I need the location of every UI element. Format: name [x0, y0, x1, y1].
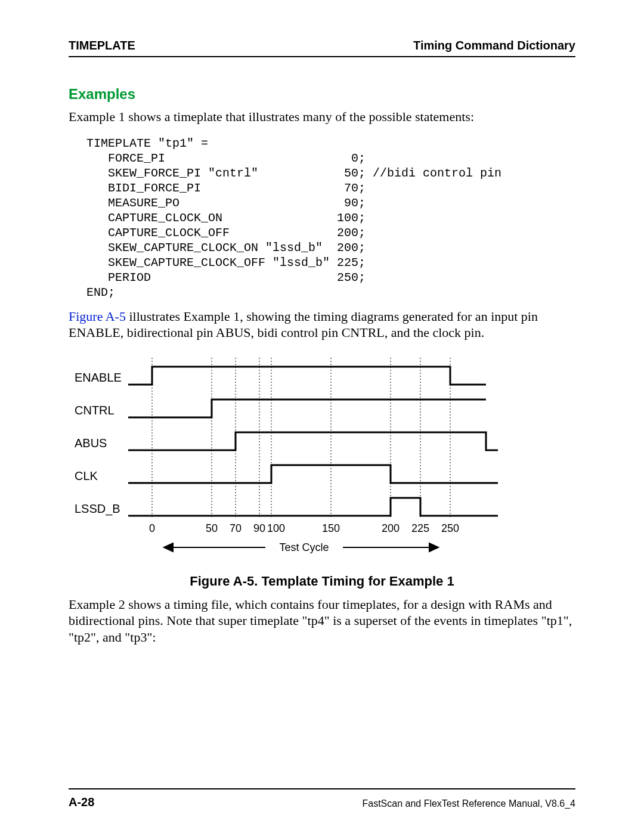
- svg-marker-12: [429, 543, 438, 552]
- signal-label-cntrl: CNTRL: [75, 404, 114, 417]
- footer-page-number: A-28: [69, 795, 94, 809]
- signal-label-lssdb: LSSD_B: [75, 502, 120, 516]
- signal-label-enable: ENABLE: [75, 371, 122, 384]
- figure-link[interactable]: Figure A-5: [69, 309, 126, 324]
- tick-150: 150: [322, 522, 340, 534]
- tick-200: 200: [382, 522, 400, 534]
- tick-0: 0: [149, 522, 155, 534]
- figure-reference-paragraph: Figure A-5 illustrates Example 1, showin…: [69, 308, 575, 341]
- tick-70: 70: [230, 522, 242, 534]
- signal-label-clk: CLK: [75, 469, 98, 482]
- page-header: TIMEPLATE Timing Command Dictionary: [69, 39, 575, 57]
- tick-50: 50: [206, 522, 218, 534]
- intro-paragraph: Example 1 shows a timeplate that illustr…: [69, 109, 575, 125]
- timing-diagram-svg: ENABLE CNTRL ABUS CLK LSSD_B: [69, 358, 510, 561]
- tick-250: 250: [441, 522, 459, 534]
- signal-label-abus: ABUS: [75, 436, 107, 450]
- example2-paragraph: Example 2 shows a timing file, which con…: [69, 596, 575, 646]
- footer-manual-title: FastScan and FlexTest Reference Manual, …: [362, 798, 575, 809]
- header-right: Timing Command Dictionary: [413, 39, 575, 52]
- figure-reference-rest: illustrates Example 1, showing the timin…: [69, 309, 538, 340]
- header-left: TIMEPLATE: [69, 39, 135, 52]
- figure-caption: Figure A-5. Template Timing for Example …: [69, 574, 575, 589]
- svg-marker-11: [164, 543, 173, 552]
- axis-label-test-cycle: Test Cycle: [279, 541, 329, 553]
- code-example-1: TIMEPLATE "tp1" = FORCE_PI 0; SKEW_FORCE…: [86, 136, 575, 300]
- figure-a5: ENABLE CNTRL ABUS CLK LSSD_B: [69, 358, 575, 561]
- section-title-examples: Examples: [69, 86, 575, 103]
- page-footer: A-28 FastScan and FlexTest Reference Man…: [69, 788, 575, 809]
- tick-100: 100: [267, 522, 285, 534]
- tick-90: 90: [253, 522, 265, 534]
- tick-225: 225: [411, 522, 429, 534]
